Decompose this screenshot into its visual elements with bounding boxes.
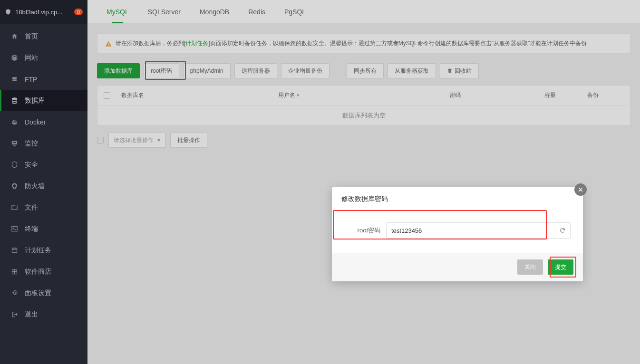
password-input[interactable] [387,223,554,238]
modal-close-button[interactable] [574,183,587,196]
modal-overlay[interactable] [0,0,640,364]
modal-body: root密码 [332,211,583,253]
password-input-wrap [386,222,571,239]
modal-close-text-button[interactable]: 关闭 [517,259,543,275]
password-form-row: root密码 [344,222,571,239]
refresh-icon[interactable] [554,223,570,238]
modal-footer: 关闭 提交 [332,253,583,281]
modal-title: 修改数据库密码 [332,187,583,211]
change-password-modal: 修改数据库密码 root密码 关闭 提交 [332,187,583,281]
password-label: root密码 [344,226,380,235]
modal-submit-button[interactable]: 提交 [548,259,573,275]
